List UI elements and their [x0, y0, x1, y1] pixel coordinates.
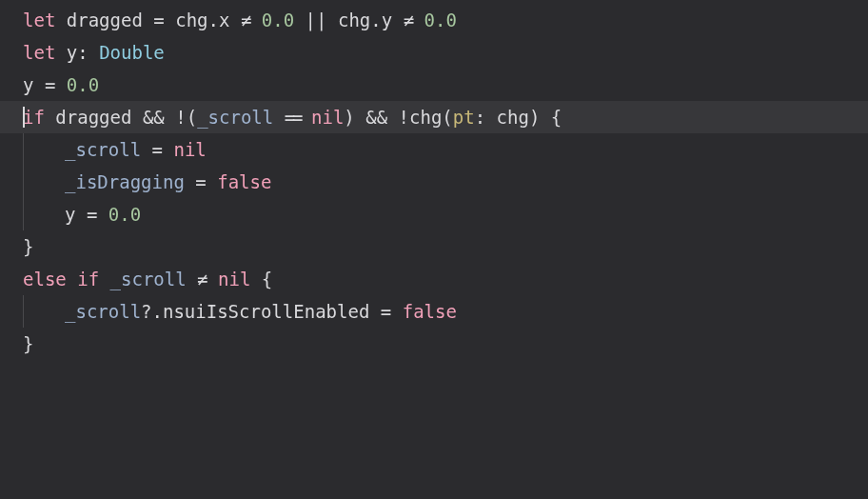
operator-not: ! [175, 107, 186, 128]
operator-eq: == [285, 107, 301, 128]
identifier: y [382, 10, 392, 30]
keyword-nil: nil [173, 139, 206, 160]
operator-and: && [365, 107, 387, 128]
operator-neq: ≠ [404, 10, 413, 30]
identifier: chg [497, 107, 529, 128]
identifier: nsuiIsScrollEnabled [163, 301, 369, 322]
punct-brace: { [551, 107, 562, 128]
identifier: chg [175, 10, 207, 30]
code-line[interactable]: let dragged = chg.x ≠ 0.0 || chg.y ≠ 0.0 [0, 4, 868, 36]
keyword-false: false [217, 171, 271, 192]
identifier: _scroll [110, 269, 187, 289]
operator-assign: = [87, 204, 97, 225]
keyword-let: let [23, 10, 55, 30]
type: Double [99, 42, 165, 63]
punct-colon: : [475, 107, 485, 128]
operator-or: || [306, 10, 327, 30]
operator-optional: ? [141, 301, 151, 322]
punct-paren: ( [187, 107, 197, 128]
code-line[interactable]: else if _scroll ≠ nil { [0, 263, 868, 295]
punct-paren: ) [529, 107, 540, 128]
operator-assign: = [45, 74, 55, 95]
identifier: chg [409, 107, 442, 128]
identifier: _isDragging [65, 171, 185, 192]
identifier: x [219, 10, 229, 30]
text-cursor [23, 107, 25, 128]
keyword-nil: nil [311, 107, 344, 128]
keyword-let: let [23, 42, 55, 63]
operator-assign: = [153, 10, 164, 30]
code-line[interactable]: } [0, 230, 868, 263]
keyword-if: if [23, 107, 45, 128]
literal-number: 0.0 [424, 10, 457, 30]
identifier: _scroll [197, 107, 273, 128]
identifier: y [23, 74, 33, 95]
identifier: y [67, 42, 77, 63]
keyword-nil: nil [218, 269, 250, 289]
operator-neq: ≠ [241, 10, 250, 30]
identifier: chg [338, 10, 370, 30]
punct-colon: : [77, 42, 88, 63]
code-line[interactable]: } [0, 328, 868, 360]
punct-brace: } [23, 236, 33, 257]
punct-paren: ( [442, 107, 452, 128]
identifier: y [65, 204, 75, 225]
identifier: _scroll [65, 139, 141, 160]
keyword-if: if [77, 269, 99, 289]
operator-assign: = [195, 171, 206, 192]
code-line[interactable]: _scroll?.nsuiIsScrollEnabled = false [0, 295, 868, 328]
operator-assign: = [152, 139, 163, 160]
code-line[interactable]: y = 0.0 [0, 198, 868, 230]
operator-and: && [143, 107, 165, 128]
literal-number: 0.0 [67, 74, 99, 95]
identifier: dragged [67, 10, 143, 30]
identifier: dragged [55, 107, 131, 128]
argument-label: pt [453, 107, 475, 128]
keyword-else: else [23, 269, 67, 289]
punct-dot: . [208, 10, 219, 30]
punct-dot: . [370, 10, 381, 30]
code-editor[interactable]: let dragged = chg.x ≠ 0.0 || chg.y ≠ 0.0… [0, 0, 868, 360]
punct-dot: . [152, 301, 163, 322]
code-line[interactable]: _isDragging = false [0, 166, 868, 198]
operator-neq: ≠ [197, 269, 207, 289]
literal-number: 0.0 [108, 204, 141, 225]
code-line[interactable]: let y: Double [0, 36, 868, 69]
code-line[interactable]: y = 0.0 [0, 69, 868, 101]
keyword-false: false [403, 301, 457, 322]
punct-paren: ) [344, 107, 354, 128]
punct-brace: { [262, 269, 272, 289]
operator-assign: = [381, 301, 391, 322]
operator-not: ! [399, 107, 409, 128]
code-line[interactable]: _scroll = nil [0, 133, 868, 166]
identifier: _scroll [65, 301, 141, 322]
punct-brace: } [23, 333, 33, 354]
literal-number: 0.0 [262, 10, 294, 30]
code-line-active[interactable]: if dragged && !(_scroll == nil) && !chg(… [0, 101, 868, 133]
